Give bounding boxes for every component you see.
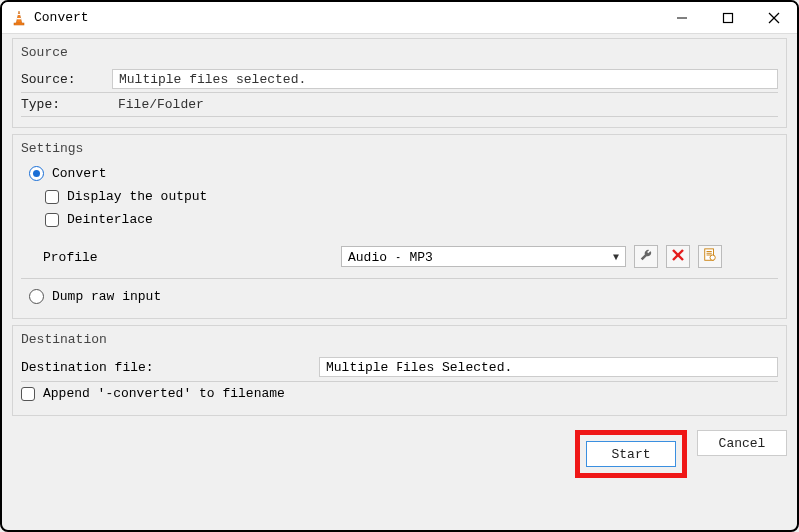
source-label: Source:	[21, 72, 106, 87]
document-icon	[703, 248, 717, 266]
window-title: Convert	[34, 10, 89, 25]
source-group-label: Source	[13, 39, 786, 62]
svg-point-13	[710, 255, 715, 260]
button-bar: Start Cancel	[2, 428, 797, 486]
convert-radio-label: Convert	[52, 166, 107, 181]
vlc-cone-icon	[10, 9, 28, 27]
svg-rect-2	[14, 23, 24, 25]
source-value-field: Multiple files selected.	[112, 69, 778, 89]
display-output-label: Display the output	[67, 189, 207, 204]
display-output-row[interactable]: Display the output	[21, 185, 778, 208]
titlebar: Convert	[2, 2, 797, 34]
destination-value: Multiple Files Selected.	[326, 360, 512, 375]
destination-file-input[interactable]: Multiple Files Selected.	[319, 357, 778, 377]
destination-group-label: Destination	[13, 326, 786, 349]
convert-radio[interactable]	[29, 166, 44, 181]
close-button[interactable]	[751, 3, 797, 33]
svg-rect-1	[17, 18, 22, 19]
display-output-checkbox[interactable]	[45, 190, 59, 204]
chevron-down-icon: ▼	[613, 252, 619, 263]
destination-label: Destination file:	[21, 360, 311, 375]
maximize-button[interactable]	[705, 3, 751, 33]
new-profile-button[interactable]	[698, 245, 722, 268]
start-button-highlight: Start	[575, 430, 687, 478]
dump-raw-radio-row[interactable]: Dump raw input	[21, 285, 778, 308]
type-value: File/Folder	[112, 96, 778, 113]
cancel-button[interactable]: Cancel	[697, 430, 787, 456]
destination-group: Destination Destination file: Multiple F…	[12, 325, 787, 416]
delete-profile-button[interactable]	[666, 245, 690, 268]
profile-value: Audio - MP3	[348, 250, 433, 265]
minimize-button[interactable]	[659, 3, 705, 33]
dump-raw-label: Dump raw input	[52, 289, 161, 304]
settings-group-label: Settings	[13, 135, 786, 158]
append-converted-row[interactable]: Append '-converted' to filename	[21, 382, 778, 405]
deinterlace-row[interactable]: Deinterlace	[21, 208, 778, 231]
x-icon	[672, 249, 684, 265]
dump-raw-radio[interactable]	[29, 289, 44, 304]
source-value: Multiple files selected.	[119, 72, 306, 87]
settings-group: Settings Convert Display the output Dein…	[12, 134, 787, 319]
profile-label: Profile	[43, 250, 333, 265]
start-button[interactable]: Start	[586, 441, 676, 467]
wrench-icon	[639, 248, 653, 266]
convert-radio-row[interactable]: Convert	[21, 162, 778, 185]
deinterlace-checkbox[interactable]	[45, 213, 59, 227]
profile-dropdown[interactable]: Audio - MP3 ▼	[341, 246, 626, 267]
source-group: Source Source: Multiple files selected. …	[12, 38, 787, 128]
append-converted-label: Append '-converted' to filename	[43, 386, 285, 401]
edit-profile-button[interactable]	[634, 245, 658, 268]
svg-rect-0	[17, 14, 21, 15]
type-label: Type:	[21, 97, 106, 112]
append-converted-checkbox[interactable]	[21, 387, 35, 401]
deinterlace-label: Deinterlace	[67, 212, 153, 227]
svg-rect-4	[724, 13, 733, 22]
